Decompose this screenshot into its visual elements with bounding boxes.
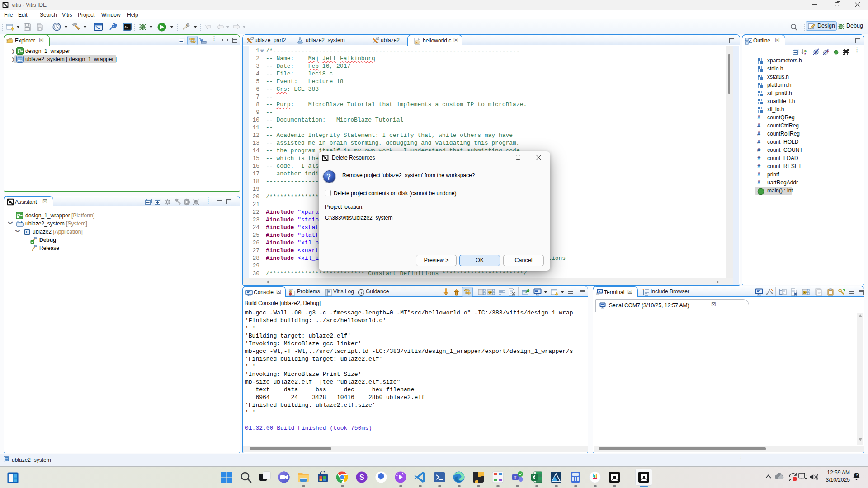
- svg-text:?: ?: [327, 172, 331, 182]
- svg-text:s: s: [21, 220, 23, 223]
- svg-text:T: T: [514, 475, 517, 480]
- svg-text:C: C: [26, 230, 28, 234]
- svg-text:z: z: [804, 52, 806, 56]
- svg-text:c: c: [416, 40, 418, 44]
- svg-text:S: S: [359, 474, 364, 481]
